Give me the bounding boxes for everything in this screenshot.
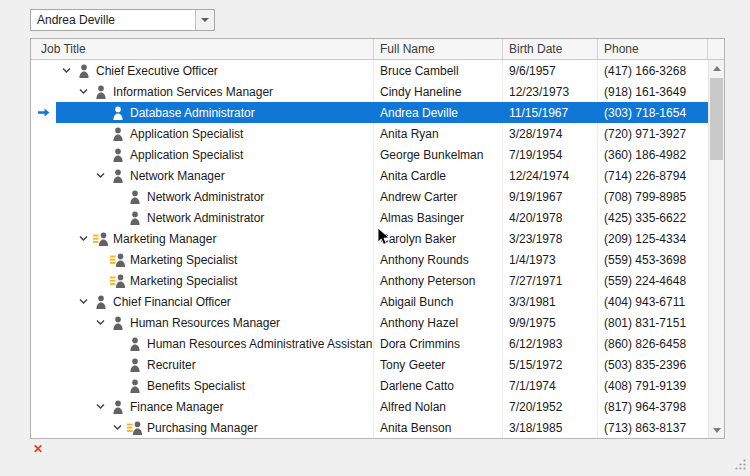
column-header-birth-date[interactable]: Birth Date [503, 39, 598, 59]
scrollbar-down-button[interactable] [709, 422, 724, 438]
full-name-cell: Anthony Rounds [374, 249, 503, 270]
birth-date-cell: 3/3/1981 [503, 291, 598, 312]
tree-row[interactable]: Finance ManagerAlfred Nolan7/20/1952(817… [31, 396, 708, 417]
collapse-button[interactable] [110, 424, 125, 431]
employee-icon [91, 85, 111, 99]
employee-tasks-icon [91, 232, 111, 246]
tree-row[interactable]: Purchasing ManagerAnita Benson3/18/1985(… [31, 417, 708, 438]
tree-row[interactable]: Human Resources ManagerAnthony Hazel9/9/… [31, 312, 708, 333]
birth-date-cell: 12/24/1974 [503, 165, 598, 186]
employee-icon [108, 148, 128, 162]
column-header-full-name[interactable]: Full Name [374, 39, 503, 59]
tree-row[interactable]: Benefits SpecialistDarlene Catto7/1/1974… [31, 375, 708, 396]
tree-row[interactable]: Application SpecialistGeorge Bunkelman7/… [31, 144, 708, 165]
job-title-text: Marketing Manager [111, 232, 216, 246]
collapse-button[interactable] [93, 403, 108, 410]
job-title-text: Recruiter [145, 358, 196, 372]
birth-date-cell: 3/18/1985 [503, 417, 598, 438]
job-title-text: Application Specialist [128, 148, 243, 162]
scroll-up-icon [713, 66, 721, 71]
row-indicator [31, 396, 56, 417]
employee-icon [74, 64, 94, 78]
tree-row[interactable]: Chief Financial OfficerAbigail Bunch3/3/… [31, 291, 708, 312]
job-title-text: Marketing Specialist [128, 274, 237, 288]
birth-date-cell: 9/6/1957 [503, 60, 598, 81]
header-spacer [708, 39, 724, 59]
job-title-text: Chief Executive Officer [94, 64, 218, 78]
phone-cell: (801) 831-7151 [598, 312, 708, 333]
phone-cell: (918) 161-3649 [598, 81, 708, 102]
collapse-button[interactable] [59, 67, 74, 74]
job-title-cell: Network Administrator [56, 207, 374, 228]
birth-date-cell: 4/20/1978 [503, 207, 598, 228]
vertical-scrollbar[interactable] [708, 60, 724, 438]
row-indicator [31, 165, 56, 186]
job-title-cell: Recruiter [56, 354, 374, 375]
job-title-cell: Marketing Specialist [56, 270, 374, 291]
tree-row[interactable]: Network AdministratorAndrew Carter9/19/1… [31, 186, 708, 207]
column-header-phone[interactable]: Phone [598, 39, 708, 59]
job-title-text: Finance Manager [128, 400, 223, 414]
collapse-button[interactable] [93, 319, 108, 326]
job-title-cell: Information Services Manager [56, 81, 374, 102]
scrollbar-track[interactable] [709, 76, 724, 422]
lookup-dropdown-button[interactable] [195, 10, 214, 30]
tree-row[interactable]: Network AdministratorAlmas Basinger4/20/… [31, 207, 708, 228]
phone-cell: (559) 224-4648 [598, 270, 708, 291]
job-title-cell: Network Administrator [56, 186, 374, 207]
birth-date-cell: 6/12/1983 [503, 333, 598, 354]
employee-icon [125, 211, 145, 225]
phone-cell: (708) 799-8985 [598, 186, 708, 207]
full-name-cell: Bruce Cambell [374, 60, 503, 81]
tree-row[interactable]: Marketing SpecialistAnthony Peterson7/27… [31, 270, 708, 291]
row-indicator [31, 354, 56, 375]
collapse-button[interactable] [93, 172, 108, 179]
job-title-cell: Marketing Manager [56, 228, 374, 249]
full-name-cell: Anita Benson [374, 417, 503, 438]
tree-row[interactable]: Human Resources Administrative Assistant… [31, 333, 708, 354]
job-title-text: Information Services Manager [111, 85, 273, 99]
tree-row[interactable]: RecruiterTony Geeter5/15/1972(503) 835-2… [31, 354, 708, 375]
tree-row[interactable]: Marketing ManagerCarolyn Baker3/23/1978(… [31, 228, 708, 249]
collapse-button[interactable] [76, 298, 91, 305]
tree-row[interactable]: Chief Executive OfficerBruce Cambell9/6/… [31, 60, 708, 81]
phone-cell: (303) 718-1654 [598, 102, 708, 123]
collapse-button[interactable] [76, 235, 91, 242]
job-title-text: Benefits Specialist [145, 379, 245, 393]
row-indicator [31, 375, 56, 396]
tree-row[interactable]: Network ManagerAnita Cardle12/24/1974(71… [31, 165, 708, 186]
error-close-icon[interactable]: ✕ [33, 443, 43, 455]
row-indicator [31, 144, 56, 165]
phone-cell: (720) 971-3927 [598, 123, 708, 144]
employee-lookup-value[interactable]: Andrea Deville [31, 10, 195, 30]
row-indicator [31, 123, 56, 144]
employee-icon [91, 295, 111, 309]
tree-row[interactable]: Database AdministratorAndrea Deville11/1… [31, 102, 708, 123]
column-header-job-title[interactable]: Job Title [31, 39, 374, 59]
full-name-cell: Anita Cardle [374, 165, 503, 186]
birth-date-cell: 7/20/1952 [503, 396, 598, 417]
employee-lookup[interactable]: Andrea Deville [30, 9, 215, 31]
phone-cell: (503) 835-2396 [598, 354, 708, 375]
full-name-cell: Tony Geeter [374, 354, 503, 375]
row-indicator [31, 249, 56, 270]
employee-icon [125, 337, 145, 351]
employee-tasks-icon [108, 274, 128, 288]
tree-row[interactable]: Information Services ManagerCindy Haneli… [31, 81, 708, 102]
scrollbar-thumb[interactable] [710, 78, 723, 160]
tree-row[interactable]: Marketing SpecialistAnthony Rounds1/4/19… [31, 249, 708, 270]
resize-grip-icon[interactable] [735, 459, 747, 474]
row-indicator [31, 228, 56, 249]
scrollbar-up-button[interactable] [709, 60, 724, 76]
employee-icon [125, 190, 145, 204]
full-name-cell: Abigail Bunch [374, 291, 503, 312]
employee-icon [108, 127, 128, 141]
collapse-button[interactable] [76, 88, 91, 95]
birth-date-cell: 5/15/1972 [503, 354, 598, 375]
tree-row[interactable]: Application SpecialistAnita Ryan3/28/197… [31, 123, 708, 144]
full-name-cell: George Bunkelman [374, 144, 503, 165]
full-name-cell: Anita Ryan [374, 123, 503, 144]
full-name-cell: Carolyn Baker [374, 228, 503, 249]
focused-row-indicator [31, 102, 56, 123]
phone-cell: (360) 186-4982 [598, 144, 708, 165]
